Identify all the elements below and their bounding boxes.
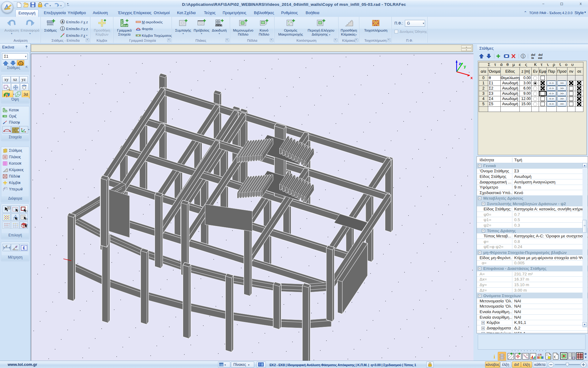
svg-text:1: 1 — [20, 62, 22, 65]
svg-text:1: 1 — [62, 27, 63, 30]
svg-text:d: d — [6, 245, 7, 248]
svg-text:i: i — [494, 354, 495, 360]
svg-text:in: in — [531, 56, 534, 59]
svg-text:▾: ▾ — [224, 363, 226, 366]
svg-text:▾: ▾ — [67, 2, 69, 5]
svg-text:▾: ▾ — [60, 4, 62, 7]
svg-text:▾: ▾ — [26, 223, 28, 226]
svg-text:out: out — [538, 56, 543, 59]
svg-text:▾: ▾ — [26, 218, 28, 220]
svg-text:x: x — [470, 76, 473, 80]
svg-text:E: E — [23, 246, 25, 250]
svg-text:y: y — [464, 64, 466, 69]
svg-text:▾: ▾ — [50, 4, 51, 7]
svg-text:€: € — [554, 355, 556, 359]
svg-text:ψ: ψ — [15, 245, 17, 248]
svg-text:N: N — [526, 354, 528, 356]
svg-text:1: 1 — [522, 55, 524, 58]
svg-text:A: A — [61, 20, 63, 24]
svg-text:▾: ▾ — [27, 210, 28, 213]
svg-text:CR: CR — [538, 353, 542, 356]
